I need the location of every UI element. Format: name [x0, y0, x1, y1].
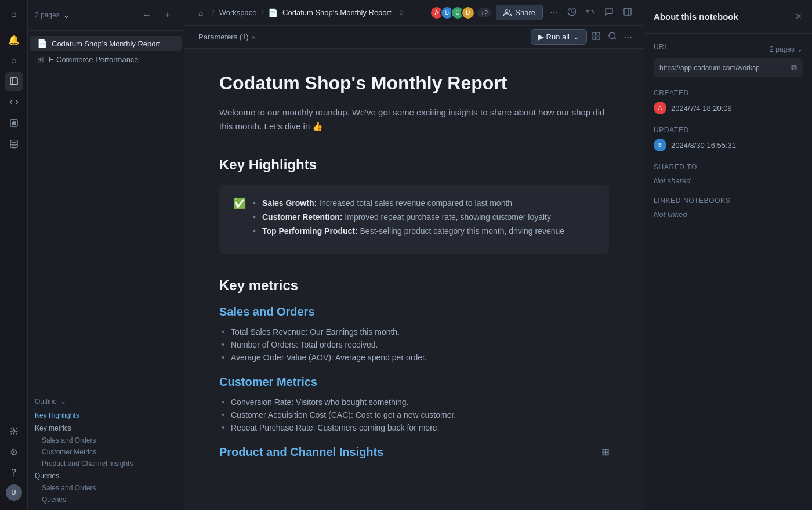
undo-button[interactable]	[583, 5, 597, 20]
search-button[interactable]: ⌕	[5, 51, 23, 70]
product-channel-heading: Product and Channel Insights ⊞	[219, 446, 609, 459]
outline-sub-item-queries-sales[interactable]: Sales and Orders	[28, 482, 184, 494]
svg-point-16	[609, 32, 615, 39]
toolbar-more-button[interactable]: ⋯	[622, 30, 635, 44]
star-button[interactable]: ☆	[396, 7, 408, 19]
right-panel-title: About this notebook	[654, 12, 738, 21]
settings-button[interactable]: ⚙	[5, 443, 23, 461]
created-date: 2024/7/4 18:20:09	[671, 104, 732, 113]
created-avatar: A	[654, 102, 666, 114]
file-item-report[interactable]: 📄 Codatum Shop's Monthly Report	[30, 36, 182, 51]
product-channel-icon: ⊞	[601, 447, 609, 458]
highlight-item-3: Top Performing Product: Best-selling pro…	[253, 224, 564, 238]
svg-rect-3	[12, 122, 12, 125]
integrations-button[interactable]	[5, 422, 23, 440]
svg-rect-10	[624, 8, 631, 15]
pages-count-dropdown[interactable]: 2 pages ⌄	[770, 45, 803, 53]
created-meta-row: A 2024/7/4 18:20:09	[654, 102, 803, 114]
notebook-title: Codatum Shop's Monthly Report	[219, 72, 609, 94]
updated-label: Updated	[654, 126, 803, 134]
pages-dropdown[interactable]: 2 pages ⌄	[35, 11, 70, 20]
notifications-button[interactable]: 🔔	[5, 30, 23, 49]
breadcrumb-sep-2: /	[261, 8, 263, 17]
database-button[interactable]	[5, 135, 23, 153]
help-button[interactable]: ?	[5, 464, 23, 482]
svg-point-7	[13, 430, 15, 432]
run-all-chevron-icon: ⌄	[573, 32, 579, 41]
collaborators-avatars: A B C D +2	[430, 6, 492, 20]
pages-chevron-icon: ⌄	[63, 11, 70, 20]
file-item-ecommerce[interactable]: ⊞ E-Commerce Performance	[30, 52, 182, 67]
outline-sub-item-sales-orders[interactable]: Sales and Orders	[28, 435, 184, 446]
file-icon-ecommerce: ⊞	[37, 55, 44, 64]
toolbar-search-button[interactable]	[606, 29, 619, 45]
more-options-button[interactable]: ⋯	[548, 6, 560, 20]
icon-sidebar: ⌂ 🔔 ⌕ ⚙ ? U	[0, 0, 28, 510]
updated-avatar: B	[654, 139, 666, 151]
share-label: Share	[515, 8, 535, 17]
home-nav-button[interactable]: ⌂	[194, 6, 208, 20]
outline-section: Outline ⌄ Key Highlights Key metrics Sal…	[28, 389, 184, 510]
parameters-button[interactable]: Parameters (1) ›	[194, 30, 259, 44]
linked-notebooks-label: Linked notebooks	[654, 197, 803, 205]
outline-chevron-icon: ⌄	[60, 397, 66, 406]
add-page-button[interactable]: +	[158, 6, 177, 24]
highlight-item-2: Customer Retention: Improved repeat purc…	[253, 210, 564, 224]
svg-rect-14	[593, 37, 596, 39]
run-all-button[interactable]: ▶ Run all ⌄	[531, 29, 587, 45]
code-button[interactable]	[5, 93, 23, 111]
breadcrumb-doc: Codatum Shop's Monthly Report	[282, 8, 391, 17]
comment-button[interactable]	[602, 5, 616, 20]
key-highlights-heading: Key Highlights	[219, 157, 609, 173]
parameters-chevron-icon: ›	[252, 32, 255, 41]
panel-toggle-button[interactable]	[621, 5, 635, 20]
url-box: https://app.codatum.com/worksp ⧉	[654, 58, 803, 77]
sales-orders-heading: Sales and Orders	[219, 305, 609, 319]
copy-url-button[interactable]: ⧉	[791, 63, 797, 73]
history-button[interactable]	[565, 5, 579, 20]
notebook-button[interactable]	[5, 72, 23, 91]
breadcrumb-workspace[interactable]: Workspace	[219, 8, 257, 17]
file-list: 📄 Codatum Shop's Monthly Report ⊞ E-Comm…	[28, 31, 184, 389]
home-button[interactable]: ⌂	[5, 5, 23, 23]
sales-orders-list: Total Sales Revenue: Our Earnings this m…	[219, 325, 609, 364]
customer-metrics-heading: Customer Metrics	[219, 375, 609, 389]
key-highlights-box: ✅ Sales Growth: Increased total sales re…	[219, 185, 609, 254]
share-button[interactable]: Share	[496, 5, 543, 20]
updated-date: 2024/8/30 16:55:31	[671, 141, 736, 150]
outline-toggle[interactable]: Outline ⌄	[28, 394, 184, 409]
customer-metrics-list: Conversion Rate: Visitors who bought som…	[219, 396, 609, 434]
svg-rect-0	[10, 78, 17, 85]
notebook-intro: Welcome to our monthly roundup. We've go…	[219, 106, 609, 133]
collapse-sidebar-button[interactable]: ←	[137, 6, 156, 24]
file-sidebar: 2 pages ⌄ ← + 📄 Codatum Shop's Monthly R…	[28, 0, 184, 510]
grid-view-button[interactable]	[589, 29, 603, 45]
outline-sub-item-queries-queries[interactable]: Queries	[28, 494, 184, 505]
outline-sub-item-product-channel[interactable]: Product and Channel Insights	[28, 458, 184, 469]
shared-section: Shared to Not shared	[654, 163, 803, 185]
svg-point-6	[10, 140, 17, 142]
url-value: https://app.codatum.com/worksp	[659, 64, 788, 72]
main-content: ⌂ / Workspace / 📄 Codatum Shop's Monthly…	[184, 0, 644, 510]
outline-item-queries[interactable]: Queries	[28, 469, 184, 482]
linked-notebooks-value: Not linked	[654, 210, 687, 219]
linked-notebooks-section: Linked notebooks Not linked	[654, 197, 803, 219]
shared-to-value: Not shared	[654, 176, 691, 185]
right-panel-body: URL 2 pages ⌄ https://app.codatum.com/wo…	[644, 34, 812, 240]
notebook-body: Codatum Shop's Monthly Report Welcome to…	[184, 49, 644, 510]
avatar-4[interactable]: D	[461, 6, 475, 20]
customer-item-3: Repeat Purchase Rate: Customers coming b…	[219, 421, 609, 434]
created-label: Created	[654, 89, 803, 97]
svg-line-17	[614, 38, 616, 39]
svg-rect-4	[13, 121, 14, 125]
close-panel-button[interactable]: ×	[794, 9, 803, 24]
highlights-list: Sales Growth: Increased total sales reve…	[253, 196, 564, 238]
outline-item-key-highlights[interactable]: Key Highlights	[28, 409, 184, 422]
sales-item-3: Average Order Value (AOV): Average spend…	[219, 351, 609, 364]
user-avatar[interactable]: U	[6, 484, 22, 501]
outline-sub-item-customer-metrics[interactable]: Customer Metrics	[28, 446, 184, 458]
outline-item-key-metrics[interactable]: Key metrics	[28, 422, 184, 435]
pages-count-chevron-icon: ⌄	[797, 45, 803, 53]
outline-label: Outline	[35, 397, 57, 406]
chart-button[interactable]	[5, 114, 23, 132]
